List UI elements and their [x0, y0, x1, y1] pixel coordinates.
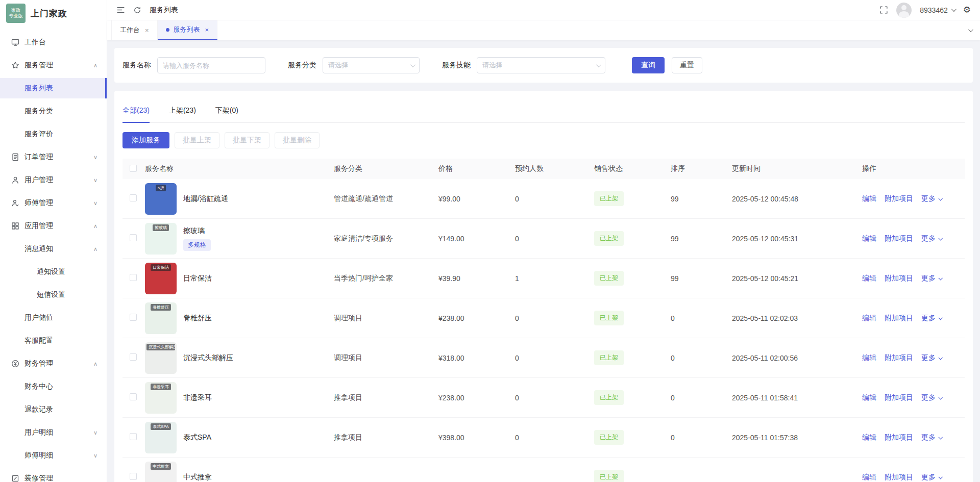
status-badge: 已上架 [594, 350, 624, 365]
sidebar: 家政 专业版 上门家政 工作台 服务管理 ∧ 服务列表 服务分类 [0, 0, 107, 482]
status-badge: 已上架 [594, 191, 624, 206]
tab-off-shelf[interactable]: 下架(0) [215, 106, 238, 122]
thumbnail-caption: 日常保洁 [151, 264, 171, 271]
addon-items-link[interactable]: 附加项目 [885, 353, 913, 363]
avatar[interactable] [896, 3, 912, 18]
tab-all[interactable]: 全部(23) [122, 106, 150, 123]
service-thumbnail: 沉浸式头部解压 [145, 342, 177, 374]
sidebar-item-service-review[interactable]: 服务评价 [0, 124, 107, 144]
more-dropdown-link[interactable]: 更多 [921, 433, 942, 442]
tab-service-list[interactable]: 服务列表 × [158, 20, 218, 40]
close-icon[interactable]: × [145, 27, 149, 34]
service-category: 家庭清洁/专项服务 [334, 234, 438, 243]
star-icon [11, 61, 19, 69]
service-bookings: 0 [515, 354, 594, 362]
row-checkbox[interactable] [130, 234, 137, 241]
sidebar-item-refund-records[interactable]: 退款记录 [0, 399, 107, 420]
service-category-select[interactable]: 请选择 [323, 57, 420, 73]
more-dropdown-link[interactable]: 更多 [921, 274, 942, 283]
sidebar-item-master-detail[interactable]: 师傅明细 ∨ [0, 445, 107, 466]
sidebar-item-service-category[interactable]: 服务分类 [0, 101, 107, 121]
tab-on-shelf[interactable]: 上架(23) [169, 106, 196, 122]
sidebar-item-finance-center[interactable]: 财务中心 [0, 376, 107, 397]
row-checkbox[interactable] [130, 194, 137, 201]
edit-link[interactable]: 编辑 [862, 314, 876, 323]
sidebar-item-decoration-mgmt[interactable]: 装修管理 [0, 468, 107, 482]
edit-link[interactable]: 编辑 [862, 274, 876, 283]
batch-delete-button[interactable]: 批量删除 [275, 132, 320, 148]
sidebar-item-user-detail[interactable]: 用户明细 ∨ [0, 422, 107, 443]
edit-link[interactable]: 编辑 [862, 393, 876, 402]
sidebar-collapse-icon[interactable] [116, 6, 125, 14]
service-thumbnail: 泰式SPA [145, 422, 177, 453]
service-sort: 0 [671, 354, 732, 362]
addon-items-link[interactable]: 附加项目 [885, 314, 913, 323]
addon-items-link[interactable]: 附加项目 [885, 473, 913, 482]
fullscreen-icon[interactable] [879, 6, 888, 14]
addon-items-link[interactable]: 附加项目 [885, 433, 913, 442]
sidebar-item-workbench[interactable]: 工作台 [0, 32, 107, 53]
row-checkbox[interactable] [130, 353, 137, 361]
service-name: 擦玻璃 [183, 226, 211, 236]
content-area: 服务名称 服务分类 请选择 服务技能 请选择 查询 重置 全部(23) [107, 40, 980, 482]
more-dropdown-link[interactable]: 更多 [921, 473, 942, 482]
row-checkbox[interactable] [130, 433, 137, 440]
sidebar-item-finance-mgmt[interactable]: 财务管理 ∧ [0, 353, 107, 374]
sidebar-item-service-mgmt[interactable]: 服务管理 ∧ [0, 55, 107, 75]
more-dropdown-link[interactable]: 更多 [921, 194, 942, 204]
row-checkbox[interactable] [130, 393, 137, 400]
settings-gear-icon[interactable]: ⚙ [963, 6, 971, 14]
sidebar-item-user-mgmt[interactable]: 用户管理 ∨ [0, 170, 107, 190]
more-dropdown-link[interactable]: 更多 [921, 353, 942, 363]
sidebar-item-notify-settings[interactable]: 通知设置 [0, 262, 107, 282]
service-skill-select[interactable]: 请选择 [477, 57, 605, 73]
row-checkbox[interactable] [130, 314, 137, 321]
add-service-button[interactable]: 添加服务 [122, 132, 169, 148]
logo-text-line2: 专业版 [9, 13, 23, 19]
service-list-panel: 全部(23) 上架(23) 下架(0) 添加服务 批量上架 批量下架 批量删除 … [114, 91, 973, 482]
batch-off-shelf-button[interactable]: 批量下架 [225, 132, 270, 148]
sidebar-item-master-mgmt[interactable]: 师傅管理 ∨ [0, 193, 107, 213]
user-dropdown[interactable]: 8933462 [920, 6, 955, 14]
sidebar-item-message-notify[interactable]: 消息通知 ∧ [0, 239, 107, 259]
tab-workbench[interactable]: 工作台 × [111, 20, 158, 40]
service-updated-time: 2025-05-11 02:02:03 [732, 314, 862, 322]
reset-button[interactable]: 重置 [672, 57, 702, 73]
select-all-checkbox[interactable] [130, 165, 137, 172]
service-category: 管道疏通/疏通管道 [334, 194, 438, 204]
more-dropdown-link[interactable]: 更多 [921, 314, 942, 323]
service-bookings: 0 [515, 434, 594, 442]
chevron-down-icon [968, 27, 973, 32]
user-icon [11, 176, 19, 184]
sidebar-item-order-mgmt[interactable]: 订单管理 ∨ [0, 147, 107, 167]
tabs-dropdown-button[interactable] [960, 20, 980, 40]
addon-items-link[interactable]: 附加项目 [885, 393, 913, 402]
more-dropdown-link[interactable]: 更多 [921, 234, 942, 243]
service-name-input[interactable] [157, 57, 265, 73]
sidebar-item-sms-settings[interactable]: 短信设置 [0, 285, 107, 305]
edit-link[interactable]: 编辑 [862, 353, 876, 363]
edit-link[interactable]: 编辑 [862, 473, 876, 482]
addon-items-link[interactable]: 附加项目 [885, 274, 913, 283]
collapse-arrow-icon: ∧ [93, 246, 97, 252]
edit-link[interactable]: 编辑 [862, 194, 876, 204]
edit-link[interactable]: 编辑 [862, 433, 876, 442]
service-name: 地漏/浴缸疏通 [183, 194, 228, 204]
app-logo-icon: 家政 专业版 [6, 4, 26, 23]
batch-on-shelf-button[interactable]: 批量上架 [175, 132, 219, 148]
collapse-arrow-icon: ∧ [93, 361, 97, 367]
refresh-icon[interactable] [133, 6, 141, 14]
row-checkbox[interactable] [130, 274, 137, 281]
sidebar-item-app-mgmt[interactable]: 应用管理 ∧ [0, 216, 107, 236]
sidebar-item-user-stored-value[interactable]: 用户储值 [0, 308, 107, 328]
row-checkbox[interactable] [130, 473, 137, 480]
more-dropdown-link[interactable]: 更多 [921, 393, 942, 402]
close-icon[interactable]: × [205, 26, 209, 34]
sidebar-item-customer-service-config[interactable]: 客服配置 [0, 331, 107, 351]
addon-items-link[interactable]: 附加项目 [885, 194, 913, 204]
addon-items-link[interactable]: 附加项目 [885, 234, 913, 243]
edit-link[interactable]: 编辑 [862, 234, 876, 243]
sidebar-item-service-list[interactable]: 服务列表 [0, 78, 107, 98]
search-button[interactable]: 查询 [632, 57, 665, 73]
service-updated-time: 2025-05-12 00:45:21 [732, 274, 862, 283]
